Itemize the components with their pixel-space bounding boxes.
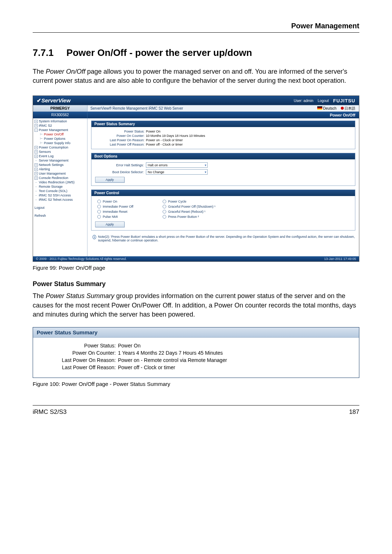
subtitle: ServerView® Remote Management iRMC S2 We… — [87, 105, 314, 111]
sidebar-item[interactable]: –iRMC S2 SSH Access — [33, 193, 87, 197]
apply-button[interactable]: Apply — [95, 177, 124, 183]
sidebar-item[interactable]: ⊢Power On/Off — [33, 132, 87, 137]
panel-header: Power Status Summary — [33, 327, 359, 338]
page-header: Power Management — [33, 22, 359, 33]
sidebar-item[interactable]: –Server Management — [33, 158, 87, 163]
figure-caption: Figure 99: Power On/Off page — [33, 265, 359, 271]
sidebar-item-label: iRMC S2 SSH Access — [39, 194, 71, 197]
sidebar-item[interactable]: +iRMC S2 — [33, 123, 87, 128]
select-row: Error Halt Settings:Halt on errors▾ — [95, 162, 351, 168]
radio-option[interactable]: Power Cycle — [163, 200, 242, 203]
lang-jp[interactable]: 日本語 — [341, 106, 355, 111]
radio-option[interactable]: Immediate Reset — [97, 210, 163, 213]
main-area: Power Status Summary Power Status:Power … — [87, 118, 359, 256]
status-row: Power On Counter:1 Years 4 Months 22 Day… — [38, 349, 354, 357]
radio-icon — [97, 215, 101, 219]
tree-expand-icon[interactable]: + — [34, 176, 38, 180]
sidebar-item[interactable]: +User Management — [33, 171, 87, 176]
sidebar-item-label: Console Redirection — [39, 176, 68, 180]
tree-expand-icon[interactable]: + — [34, 168, 38, 171]
screenshot-power-status-summary: Power Status Summary Power Status:Power … — [33, 327, 359, 378]
footer-right: 187 — [349, 408, 359, 416]
flag-de-icon — [317, 106, 322, 110]
titlebar-right: User: admin Logout FUJITSU — [294, 98, 355, 103]
sidebar-item[interactable]: Logout — [33, 205, 87, 210]
radio-option[interactable]: Power On — [97, 200, 163, 203]
select-label: Boot Device Selector: — [95, 170, 146, 174]
sidebar-item[interactable]: ⊢Power Options — [33, 137, 87, 141]
tree-expand-icon[interactable]: − — [34, 129, 38, 132]
sidebar-item[interactable]: +System Information — [33, 119, 87, 123]
sidebar-item[interactable]: –iRMC S2 Telnet Access — [33, 197, 87, 202]
dropdown[interactable]: Halt on errors▾ — [146, 162, 208, 168]
status-label: Last Power On Reason: — [38, 357, 118, 363]
radio-option[interactable]: Immediate Power Off — [97, 205, 163, 208]
panel-power-control: Power Control Power OnPower CycleImmedia… — [91, 190, 355, 231]
radio-icon — [97, 200, 101, 203]
radio-label: Pulse NMI — [103, 215, 118, 219]
sidebar-item[interactable]: Refresh — [33, 213, 87, 218]
radio-option[interactable]: Pulse NMI — [97, 215, 163, 219]
radio-option[interactable]: Graceful Reset (Reboot) ¹ — [163, 210, 242, 213]
tree-expand-icon[interactable]: + — [34, 155, 38, 158]
sidebar-item[interactable]: –Text Console (SOL) — [33, 189, 87, 193]
sidebar-item[interactable]: +Alerting — [33, 167, 87, 171]
sidebar-item[interactable]: +Network Settings — [33, 163, 87, 167]
tree-branch-icon: ⊢ — [40, 141, 43, 145]
apply-button[interactable]: Apply — [95, 221, 124, 227]
status-label: Power On Counter: — [38, 350, 118, 356]
logout-link[interactable]: Logout — [318, 99, 329, 103]
status-label: Power On Counter: — [95, 134, 146, 138]
radio-label: Power On — [103, 200, 117, 203]
sidebar-item-label: Server Management — [39, 159, 69, 162]
panel-header: Power Control — [91, 190, 355, 196]
status-value: Power On — [146, 130, 160, 133]
radio-icon — [163, 200, 166, 203]
dropdown-value: Halt on errors — [148, 163, 168, 167]
status-label: Last Power Off Reason: — [38, 364, 118, 370]
section-number: 7.7.1 — [33, 47, 54, 58]
tree-expand-icon[interactable]: + — [34, 124, 38, 127]
sidebar-item[interactable]: –Remote Storage — [33, 184, 87, 189]
radio-label: Graceful Reset (Reboot) ¹ — [168, 210, 205, 213]
panel-header: Boot Options — [91, 153, 355, 159]
intro-pre: The — [33, 68, 46, 75]
intro-paragraph: The Power On/Off page allows you to powe… — [33, 67, 359, 85]
radio-option[interactable]: Graceful Power Off (Shutdown) ¹ — [163, 205, 242, 208]
sidebar-item-label: Power Consumption — [39, 146, 68, 149]
status-value: Power On — [118, 343, 140, 349]
page-footer: iRMC S2/S3 187 — [33, 405, 359, 416]
nav-tree: +System Information+iRMC S2−Power Manage… — [33, 118, 87, 256]
tree-expand-icon[interactable]: + — [34, 120, 38, 123]
status-label: Last Power Off Reason: — [95, 143, 146, 146]
sidebar-item-label: Power On/Off — [44, 133, 64, 136]
sidebar-item[interactable]: +Power Consumption — [33, 145, 87, 150]
tree-expand-icon[interactable]: + — [34, 146, 38, 149]
sidebar-item-label: System Information — [39, 119, 67, 123]
sidebar-item[interactable]: +Sensors — [33, 150, 87, 154]
sidebar-item-label: Alerting — [39, 167, 50, 171]
status-value: Power on - Remote control via Remote Man… — [118, 357, 227, 363]
sidebar-item-label: iRMC S2 — [39, 124, 52, 127]
radio-option[interactable]: Press Power Button ² — [163, 215, 242, 219]
chevron-down-icon: ▾ — [205, 170, 207, 174]
sidebar-item[interactable]: –Video Redirection (JWS) — [33, 180, 87, 184]
sidebar-item[interactable]: +Console Redirection — [33, 176, 87, 180]
sidebar-item[interactable]: −Power Management — [33, 128, 87, 132]
tree-branch-icon: – — [34, 185, 38, 188]
sidebar-item[interactable]: +Event Log — [33, 154, 87, 158]
dropdown[interactable]: No Change▾ — [146, 169, 208, 175]
radio-label: Immediate Power Off — [103, 205, 133, 208]
sidebar-item[interactable]: ⊢Power Supply Info — [33, 141, 87, 145]
section-title-text: Power On/Off - power the server up/down — [66, 47, 252, 58]
note-line: i Note(2): 'Press Power Button' emulates… — [91, 234, 355, 242]
status-value: Power off - Clock or timer — [146, 143, 183, 146]
tree-expand-icon[interactable]: + — [34, 163, 38, 167]
timestamp: 13-Jan-2011 17:49:05 — [324, 257, 356, 261]
radio-icon — [163, 205, 166, 208]
tree-expand-icon[interactable]: + — [34, 150, 38, 154]
screenshot-power-onoff: ✔ServerView User: admin Logout FUJITSU P… — [33, 95, 359, 262]
vendor-logo: FUJITSU — [333, 98, 355, 103]
lang-de[interactable]: Deutsch — [317, 106, 336, 110]
tree-expand-icon[interactable]: + — [34, 172, 38, 175]
